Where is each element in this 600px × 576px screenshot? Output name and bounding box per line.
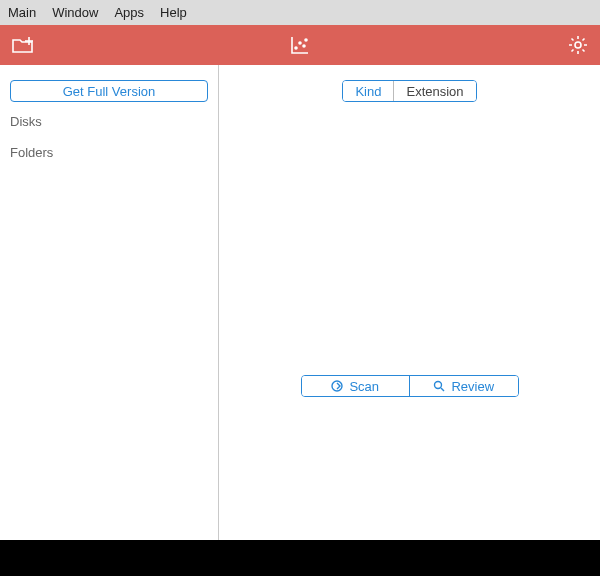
review-button[interactable]: Review [409, 376, 518, 396]
add-folder-icon[interactable] [12, 35, 34, 55]
view-mode-segment: Kind Extension [342, 80, 476, 102]
action-row: Scan Review [301, 375, 519, 397]
svg-point-8 [435, 382, 442, 389]
menu-main[interactable]: Main [8, 5, 36, 20]
svg-point-5 [305, 39, 307, 41]
seg-extension[interactable]: Extension [393, 81, 475, 101]
settings-icon[interactable] [568, 35, 588, 55]
sidebar: Get Full Version Disks Folders [0, 65, 219, 540]
svg-point-3 [299, 42, 301, 44]
search-icon [433, 380, 445, 392]
review-button-label: Review [451, 379, 494, 394]
menu-apps[interactable]: Apps [114, 5, 144, 20]
content: Get Full Version Disks Folders Kind Exte… [0, 65, 600, 540]
bottom-bar [0, 540, 600, 576]
chart-icon[interactable] [290, 35, 310, 55]
seg-kind[interactable]: Kind [343, 81, 393, 101]
get-full-version-button[interactable]: Get Full Version [10, 80, 208, 102]
sidebar-item-disks[interactable]: Disks [10, 110, 208, 133]
toolbar [0, 25, 600, 65]
main-panel: Kind Extension Scan Review [219, 65, 600, 540]
scan-icon [331, 380, 343, 392]
menu-window[interactable]: Window [52, 5, 98, 20]
svg-point-4 [303, 45, 305, 47]
scan-button[interactable]: Scan [302, 376, 410, 396]
svg-point-2 [295, 47, 297, 49]
menubar: Main Window Apps Help [0, 0, 600, 25]
menu-help[interactable]: Help [160, 5, 187, 20]
sidebar-item-folders[interactable]: Folders [10, 141, 208, 164]
svg-point-6 [575, 42, 581, 48]
svg-line-9 [441, 388, 444, 391]
scan-button-label: Scan [349, 379, 379, 394]
